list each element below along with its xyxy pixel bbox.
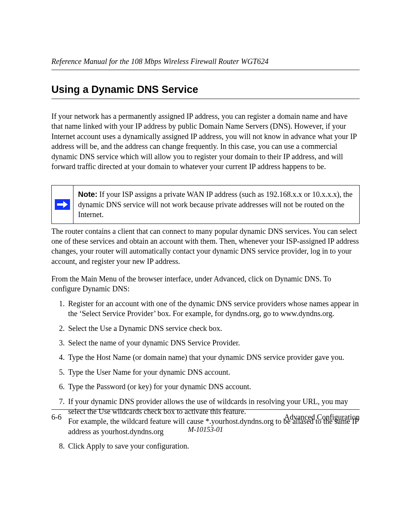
- svg-marker-1: [63, 201, 68, 208]
- note-label: Note:: [78, 190, 97, 198]
- step-item: Type the User Name for your dynamic DNS …: [67, 367, 360, 377]
- note-box: Note: If your ISP assigns a private WAN …: [51, 185, 360, 224]
- step-item: Type the Host Name (or domain name) that…: [67, 352, 360, 362]
- section-title: Using a Dynamic DNS Service: [51, 84, 360, 99]
- step-item: Type the Password (or key) for your dyna…: [67, 382, 360, 391]
- after-note-paragraph-2: From the Main Menu of the browser interf…: [51, 274, 360, 294]
- note-text: Note: If your ISP assigns a private WAN …: [73, 185, 359, 223]
- arrow-right-icon: [55, 199, 70, 210]
- intro-paragraph: If your network has a permanently assign…: [51, 111, 360, 171]
- step-item: Select the Use a Dynamic DNS service che…: [67, 323, 360, 333]
- step-item: Register for an account with one of the …: [67, 299, 360, 319]
- footer-chapter: Advanced Configuration: [284, 413, 360, 422]
- running-header: Reference Manual for the 108 Mbps Wirele…: [51, 57, 360, 70]
- footer-doc-id: M-10153-01: [0, 426, 411, 434]
- footer-page-number: 6-6: [51, 413, 62, 422]
- note-body: If your ISP assigns a private WAN IP add…: [78, 190, 352, 219]
- step-item: Click Apply to save your configuration.: [67, 441, 360, 451]
- step-item: Select the name of your dynamic DNS Serv…: [67, 338, 360, 348]
- page: Reference Manual for the 108 Mbps Wirele…: [0, 0, 411, 532]
- svg-rect-0: [57, 203, 63, 206]
- note-icon-cell: [52, 185, 73, 223]
- page-footer: 6-6 Advanced Configuration: [51, 409, 360, 422]
- after-note-paragraph-1: The router contains a client that can co…: [51, 226, 360, 267]
